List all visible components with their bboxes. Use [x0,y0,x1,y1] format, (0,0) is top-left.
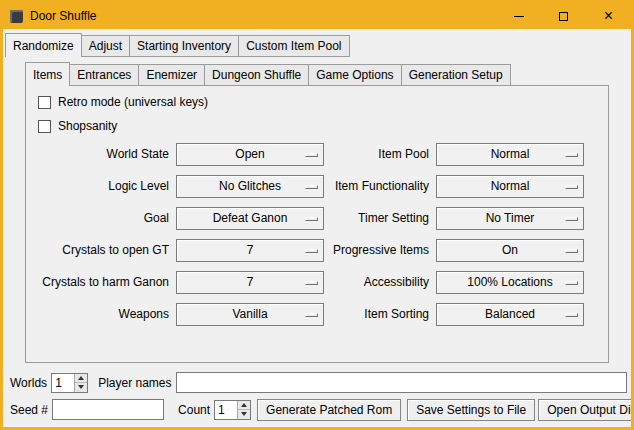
inner-tab-bar: Items Entrances Enemizer Dungeon Shuffle… [25,62,631,86]
dropdown-indicator-icon [565,185,578,189]
titlebar[interactable]: Door Shuffle × [3,3,631,29]
dropdown-value: Open [235,147,264,161]
dropdown-value: On [502,243,518,257]
crystals-gt-label: Crystals to open GT [30,243,176,257]
window-controls: × [496,3,631,29]
dropdown-value: No Timer [486,211,535,225]
goal-dropdown[interactable]: Defeat Ganon [176,207,324,230]
dropdown-indicator-icon [565,249,578,253]
worlds-spin-buttons [74,374,87,392]
minimize-icon [514,16,524,17]
world-state-dropdown[interactable]: Open [176,143,324,166]
shopsanity-label: Shopsanity [58,119,117,133]
dropdown-indicator-icon [305,313,318,317]
seed-label: Seed # [10,403,52,417]
maximize-button[interactable] [541,3,586,29]
worlds-row: Worlds Player names [10,371,627,394]
accessibility-label: Accessibility [324,275,436,289]
crystals-gt-dropdown[interactable]: 7 [176,239,324,262]
form-row: Goal Defeat Ganon Timer Setting No Timer [26,202,608,234]
dropdown-indicator-icon [565,217,578,221]
bottom-panel: Worlds Player names Seed # Count [3,367,631,427]
tab-items[interactable]: Items [25,62,70,86]
logic-level-label: Logic Level [30,179,176,193]
open-output-directory-button[interactable]: Open Output Directory [538,399,634,421]
player-names-label: Player names [98,376,175,390]
dropdown-indicator-icon [305,281,318,285]
dropdown-indicator-icon [565,313,578,317]
dropdown-value: 100% Locations [467,275,552,289]
items-tab-panel: Retro mode (universal keys) Shopsanity W… [25,85,609,363]
crystals-ganon-label: Crystals to harm Ganon [30,275,176,289]
count-spin-up[interactable] [238,401,250,411]
dropdown-indicator-icon [565,153,578,157]
retro-mode-row: Retro mode (universal keys) [38,94,608,110]
up-arrow-icon [241,403,247,407]
settings-form: World State Open Item Pool Normal Logic … [26,138,608,330]
seed-input[interactable] [52,399,164,420]
item-pool-dropdown[interactable]: Normal [436,143,584,166]
top-tab-bar: Randomize Adjust Starting Inventory Cust… [5,33,631,57]
form-row: World State Open Item Pool Normal [26,138,608,170]
dropdown-indicator-icon [305,185,318,189]
tab-enemizer[interactable]: Enemizer [138,64,205,86]
crystals-ganon-dropdown[interactable]: 7 [176,271,324,294]
generate-rom-button[interactable]: Generate Patched Rom [257,399,401,421]
close-icon: × [604,8,613,24]
dropdown-value: Normal [491,147,530,161]
tab-adjust[interactable]: Adjust [81,35,130,57]
dropdown-value: Vanilla [232,307,267,321]
accessibility-dropdown[interactable]: 100% Locations [436,271,584,294]
tab-entrances[interactable]: Entrances [69,64,139,86]
up-arrow-icon [78,376,84,380]
app-icon [10,10,23,23]
timer-setting-dropdown[interactable]: No Timer [436,207,584,230]
shopsanity-checkbox[interactable] [38,120,51,133]
app-window: Door Shuffle × Randomize Adjust Starting… [0,0,634,430]
down-arrow-icon [78,385,84,389]
tab-custom-item-pool[interactable]: Custom Item Pool [238,35,349,57]
dropdown-indicator-icon [565,281,578,285]
count-input[interactable] [215,401,237,419]
count-spinbox [214,400,251,420]
dropdown-indicator-icon [305,249,318,253]
form-row: Weapons Vanilla Item Sorting Balanced [26,298,608,330]
item-sorting-dropdown[interactable]: Balanced [436,303,584,326]
weapons-label: Weapons [30,307,176,321]
goal-label: Goal [30,211,176,225]
window-title: Door Shuffle [30,9,97,23]
save-settings-button[interactable]: Save Settings to File [407,399,535,421]
dropdown-value: 7 [247,243,254,257]
minimize-button[interactable] [496,3,541,29]
worlds-spin-down[interactable] [75,383,87,392]
down-arrow-icon [241,412,247,416]
item-sorting-label: Item Sorting [324,307,436,321]
count-spin-down[interactable] [238,410,250,419]
dropdown-value: Balanced [485,307,535,321]
weapons-dropdown[interactable]: Vanilla [176,303,324,326]
logic-level-dropdown[interactable]: No Glitches [176,175,324,198]
player-names-input[interactable] [176,372,628,393]
tab-starting-inventory[interactable]: Starting Inventory [129,35,239,57]
dropdown-value: No Glitches [219,179,281,193]
tab-game-options[interactable]: Game Options [308,64,401,86]
worlds-input[interactable] [52,374,74,392]
maximize-icon [559,12,568,21]
form-row: Crystals to harm Ganon 7 Accessibility 1… [26,266,608,298]
progressive-items-dropdown[interactable]: On [436,239,584,262]
tab-randomize[interactable]: Randomize [5,33,82,57]
worlds-spinbox [51,373,88,393]
main-content: Randomize Adjust Starting Inventory Cust… [3,29,631,367]
timer-setting-label: Timer Setting [324,211,436,225]
tab-generation-setup[interactable]: Generation Setup [401,64,511,86]
shopsanity-row: Shopsanity [38,118,608,134]
worlds-label: Worlds [10,376,51,390]
dropdown-indicator-icon [305,153,318,157]
worlds-spin-up[interactable] [75,374,87,384]
count-label: Count [178,403,214,417]
item-pool-label: Item Pool [324,147,436,161]
tab-dungeon-shuffle[interactable]: Dungeon Shuffle [204,64,309,86]
retro-mode-checkbox[interactable] [38,96,51,109]
item-functionality-dropdown[interactable]: Normal [436,175,584,198]
close-button[interactable]: × [586,3,631,29]
